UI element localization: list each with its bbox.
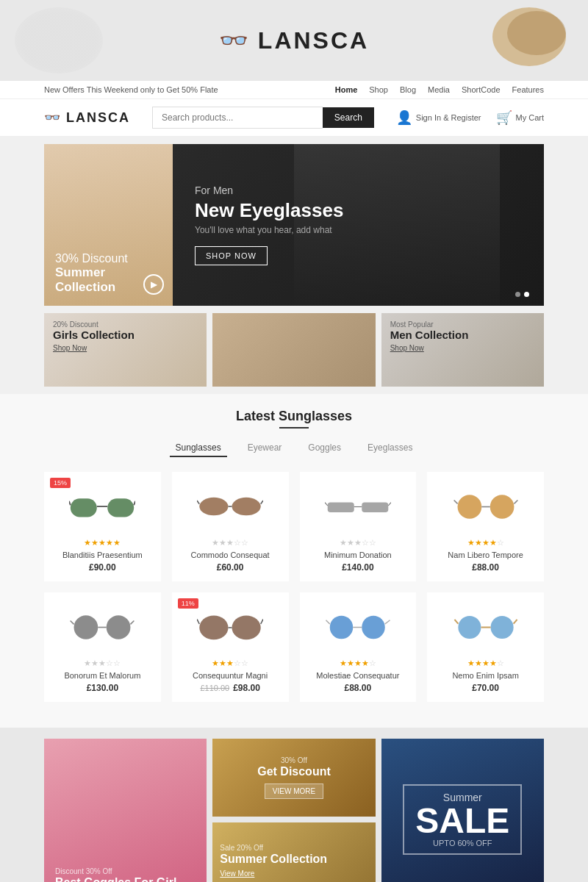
product-price: £140.00 <box>307 562 409 573</box>
product-card: ★★★☆☆ Minimum Donation £140.00 <box>300 472 417 581</box>
cart-icon: 🛒 <box>496 110 512 126</box>
hero-logo-text: LANSCA <box>258 27 369 54</box>
search-button[interactable]: Search <box>323 107 374 128</box>
promo-pink-card: Discount 30% Off Best Goggles For Girl <box>44 739 207 882</box>
nav-bar: New Offers This Weekend only to Get 50% … <box>0 81 588 99</box>
nav-shop[interactable]: Shop <box>369 85 388 94</box>
product-badge: 11% <box>178 598 198 609</box>
svg-point-18 <box>490 495 514 519</box>
svg-point-27 <box>199 616 228 640</box>
product-name: Molestiae Consequatur <box>307 671 409 680</box>
svg-rect-2 <box>71 498 97 517</box>
product-stars: ★★★☆☆ <box>179 538 282 548</box>
svg-line-20 <box>453 501 457 504</box>
nav-links: Home Shop Blog Media ShortCode Features <box>335 85 544 94</box>
shop-now-button[interactable]: SHOP NOW <box>195 246 268 265</box>
product-name: Bonorum Et Malorum <box>51 671 154 680</box>
promo-blue-card: Summer SALE UPTO 60% OFF <box>381 739 544 882</box>
nav-blog[interactable]: Blog <box>400 85 416 94</box>
for-men-label: For Men <box>195 184 343 196</box>
svg-line-15 <box>325 503 328 506</box>
nav-features[interactable]: Features <box>512 85 544 94</box>
product-image <box>179 483 282 531</box>
svg-point-22 <box>74 615 98 639</box>
svg-line-31 <box>261 619 263 624</box>
slider-collection: Summer Collection <box>55 265 162 295</box>
men-shop-link[interactable]: Shop Now <box>390 344 469 352</box>
product-price: £110.00£98.00 <box>179 683 282 693</box>
cart-label: My Cart <box>516 113 545 122</box>
svg-point-33 <box>362 616 385 639</box>
sale-box: Summer SALE UPTO 60% OFF <box>403 784 522 855</box>
view-more-button[interactable]: VIEW MORE <box>265 784 323 799</box>
girls-collection-banner: 20% Discount Girls Collection Shop Now <box>44 313 207 387</box>
view-more-link[interactable]: View More <box>220 870 254 878</box>
deco-right <box>470 7 566 76</box>
sale-label: SALE <box>415 803 509 839</box>
tab-goggles[interactable]: Goggles <box>302 440 347 457</box>
svg-rect-3 <box>108 498 135 517</box>
promo-top-right-card: 30% Off Get Discount VIEW MORE <box>212 739 375 817</box>
product-card: ★★★★☆ Nemo Enim Ipsam £70.00 <box>427 592 544 702</box>
search-area: Search <box>152 107 374 129</box>
product-price: £60.00 <box>179 562 282 573</box>
product-image <box>51 483 154 531</box>
nav-shortcode[interactable]: ShortCode <box>462 85 501 94</box>
product-image <box>179 603 282 651</box>
latest-section: Latest Sunglasses Sunglasses Eyewear Gog… <box>0 394 588 728</box>
svg-line-36 <box>385 620 390 624</box>
svg-line-21 <box>514 501 517 504</box>
old-price: £110.00 <box>200 684 229 692</box>
logo-icon: 👓 <box>219 26 251 54</box>
header-actions: 👤 Sign In & Register 🛒 My Cart <box>396 110 544 126</box>
promo-pink-title: Best Goggles For Girl <box>55 875 196 882</box>
hero-headline: New Eyeglasses <box>195 199 343 222</box>
girls-title: Girls Collection <box>53 329 135 341</box>
cart-button[interactable]: 🛒 My Cart <box>496 110 545 126</box>
promo-top-right-title: Get Discount <box>257 764 331 778</box>
product-name: Commodo Consequat <box>179 551 282 559</box>
svg-rect-13 <box>362 503 388 513</box>
product-name: Minimum Donation <box>307 551 409 559</box>
slider-left-panel: 30% Discount Summer Collection ▶ <box>44 144 173 306</box>
promo-text: New Offers This Weekend only to Get 50% … <box>44 85 218 94</box>
deco-left <box>15 7 103 74</box>
tab-eyewear[interactable]: Eyewear <box>242 440 288 457</box>
promo-bottom-right-text: Sale 20% Off Summer Collection View More <box>220 844 327 879</box>
header-logo: 👓 LANSCA <box>44 110 130 126</box>
svg-line-11 <box>261 501 263 504</box>
svg-point-1 <box>507 11 566 55</box>
product-image <box>307 483 409 531</box>
svg-line-30 <box>197 619 199 624</box>
men-title: Men Collection <box>390 329 469 341</box>
promo-bottom-tag: Sale 20% Off <box>220 844 327 852</box>
product-stars: ★★★★☆ <box>434 538 537 548</box>
promo-bottom-right-card: Sale 20% Off Summer Collection View More <box>212 822 375 882</box>
product-image <box>51 603 154 651</box>
product-image <box>307 603 409 651</box>
nav-home[interactable]: Home <box>335 85 358 94</box>
product-stars: ★★★☆☆ <box>179 659 282 668</box>
tab-sunglasses[interactable]: Sunglasses <box>170 440 227 457</box>
couple-collection-banner <box>212 313 375 387</box>
product-card: ★★★☆☆ Commodo Consequat £60.00 <box>172 472 289 581</box>
girls-shop-link[interactable]: Shop Now <box>53 344 135 352</box>
promo-section: Discount 30% Off Best Goggles For Girl 3… <box>0 728 588 882</box>
product-image <box>434 483 537 531</box>
main-content: 30% Discount Summer Collection ▶ For Men… <box>0 137 588 882</box>
product-price: £90.00 <box>51 562 154 573</box>
dot-2[interactable] <box>524 292 529 297</box>
promo-middle-col: 30% Off Get Discount VIEW MORE Sale 20% … <box>212 739 375 882</box>
svg-point-7 <box>199 498 228 516</box>
tab-eyeglasses[interactable]: Eyeglasses <box>362 440 418 457</box>
nav-media[interactable]: Media <box>428 85 450 94</box>
dot-1[interactable] <box>515 292 520 297</box>
product-grid-row1: 15% ★★★★★ Blanditiis Praesentium £90.00 <box>44 472 544 581</box>
slider-dots <box>515 292 529 297</box>
men-collection-banner: Most Popular Men Collection Shop Now <box>381 313 544 387</box>
signin-button[interactable]: 👤 Sign In & Register <box>396 110 481 126</box>
product-name: Nam Libero Tempore <box>434 551 537 559</box>
product-grid-row2: ★★★☆☆ Bonorum Et Malorum £130.00 11% ★★★… <box>44 592 544 702</box>
promo-sale-content: Summer SALE UPTO 60% OFF <box>403 784 522 855</box>
search-input[interactable] <box>152 107 323 129</box>
